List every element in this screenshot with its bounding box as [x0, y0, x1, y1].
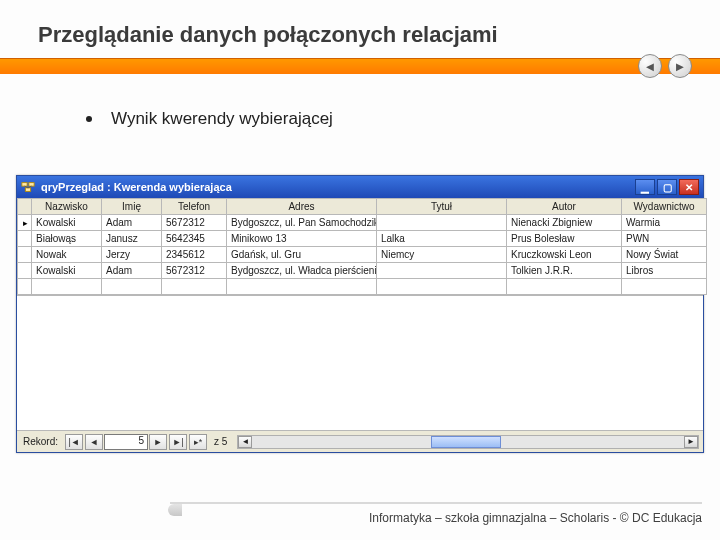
svg-rect-2: [25, 188, 30, 192]
cell[interactable]: [102, 279, 162, 295]
cell[interactable]: 5642345: [162, 231, 227, 247]
close-button[interactable]: ✕: [679, 179, 699, 195]
first-record-button[interactable]: |◄: [65, 434, 83, 450]
datasheet-grid[interactable]: NazwiskoImięTelefonAdresTytułAutorWydawn…: [17, 198, 707, 295]
cell[interactable]: 5672312: [162, 215, 227, 231]
cell[interactable]: Prus Bolesław: [507, 231, 622, 247]
column-header[interactable]: Telefon: [162, 199, 227, 215]
accent-bar: [0, 58, 720, 74]
cell[interactable]: Bydgoszcz, ul. Pan Samochodzik i niesamo…: [227, 215, 377, 231]
cell[interactable]: Nowak: [32, 247, 102, 263]
minimize-button[interactable]: ▁: [635, 179, 655, 195]
cell[interactable]: [32, 279, 102, 295]
prev-slide-button[interactable]: ◄: [638, 54, 662, 78]
cell[interactable]: 5672312: [162, 263, 227, 279]
cell[interactable]: Kowalski: [32, 263, 102, 279]
scroll-thumb[interactable]: [431, 436, 501, 448]
next-slide-button[interactable]: ►: [668, 54, 692, 78]
slide: Przeglądanie danych połączonych relacjam…: [0, 0, 720, 540]
cell[interactable]: [377, 263, 507, 279]
cell[interactable]: Bydgoszcz, ul. Władca pierścieni, drużyn…: [227, 263, 377, 279]
column-header[interactable]: Tytuł: [377, 199, 507, 215]
cell[interactable]: 2345612: [162, 247, 227, 263]
row-selector-header[interactable]: [18, 199, 32, 215]
window-titlebar[interactable]: qryPrzeglad : Kwerenda wybierająca ▁ ▢ ✕: [17, 176, 703, 198]
cell[interactable]: Adam: [102, 263, 162, 279]
new-record-button[interactable]: ▸*: [189, 434, 207, 450]
column-header[interactable]: Imię: [102, 199, 162, 215]
cell[interactable]: Kowalski: [32, 215, 102, 231]
row-selector[interactable]: [18, 279, 32, 295]
slide-footer: Informatyka – szkoła gimnazjalna – Schol…: [170, 502, 702, 526]
record-number-input[interactable]: 5: [104, 434, 148, 450]
window-title: qryPrzeglad : Kwerenda wybierająca: [41, 181, 232, 193]
grid-empty-area: [17, 295, 703, 430]
cell[interactable]: PWN: [622, 231, 707, 247]
bullet-item: Wynik kwerendy wybierającej: [86, 108, 333, 129]
cell[interactable]: Nienacki Zbigniew: [507, 215, 622, 231]
cell[interactable]: [162, 279, 227, 295]
column-header[interactable]: Autor: [507, 199, 622, 215]
cell[interactable]: Białowąs: [32, 231, 102, 247]
cell[interactable]: Janusz: [102, 231, 162, 247]
record-label: Rekord:: [17, 436, 64, 447]
cell[interactable]: [227, 279, 377, 295]
horizontal-scrollbar[interactable]: ◄ ►: [237, 435, 699, 449]
cell[interactable]: Libros: [622, 263, 707, 279]
maximize-button[interactable]: ▢: [657, 179, 677, 195]
scroll-right-button[interactable]: ►: [684, 436, 698, 448]
column-header[interactable]: Adres: [227, 199, 377, 215]
cell[interactable]: [507, 279, 622, 295]
row-selector[interactable]: [18, 215, 32, 231]
svg-rect-1: [29, 183, 34, 187]
column-header[interactable]: Wydawnictwo: [622, 199, 707, 215]
cell[interactable]: Adam: [102, 215, 162, 231]
cell[interactable]: [377, 279, 507, 295]
query-icon: [21, 180, 35, 194]
prev-record-button[interactable]: ◄: [85, 434, 103, 450]
cell[interactable]: Gdańsk, ul. Gru: [227, 247, 377, 263]
record-navigator: Rekord: |◄ ◄ 5 ► ►| ▸* z 5 ◄ ►: [17, 430, 703, 452]
row-selector[interactable]: [18, 247, 32, 263]
cell[interactable]: [622, 279, 707, 295]
footer-cap-icon: [168, 504, 182, 516]
next-record-button[interactable]: ►: [149, 434, 167, 450]
cell[interactable]: Warmia: [622, 215, 707, 231]
cell[interactable]: Kruczkowski Leon: [507, 247, 622, 263]
bullet-icon: [86, 116, 92, 122]
cell[interactable]: Minikowo 13: [227, 231, 377, 247]
row-selector[interactable]: [18, 263, 32, 279]
cell[interactable]: Jerzy: [102, 247, 162, 263]
scroll-left-button[interactable]: ◄: [238, 436, 252, 448]
row-selector[interactable]: [18, 231, 32, 247]
record-total-label: z 5: [208, 436, 233, 447]
cell[interactable]: Lalka: [377, 231, 507, 247]
last-record-button[interactable]: ►|: [169, 434, 187, 450]
cell[interactable]: Niemcy: [377, 247, 507, 263]
cell[interactable]: Tolkien J.R.R.: [507, 263, 622, 279]
cell[interactable]: [377, 215, 507, 231]
bullet-text: Wynik kwerendy wybierającej: [111, 109, 333, 128]
cell[interactable]: Nowy Świat: [622, 247, 707, 263]
footer-text: Informatyka – szkoła gimnazjalna – Schol…: [369, 511, 702, 525]
column-header[interactable]: Nazwisko: [32, 199, 102, 215]
svg-rect-0: [22, 183, 27, 187]
slide-title: Przeglądanie danych połączonych relacjam…: [38, 22, 498, 48]
query-datasheet-window: qryPrzeglad : Kwerenda wybierająca ▁ ▢ ✕…: [16, 175, 704, 453]
